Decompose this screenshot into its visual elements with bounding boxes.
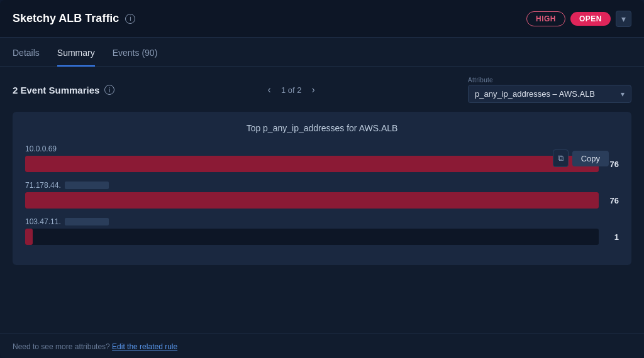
redacted-block-3 — [65, 218, 109, 225]
bar-label-text-1: 10.0.0.69 — [25, 144, 57, 153]
footer-link[interactable]: Edit the related rule — [112, 342, 177, 351]
bar-track-2 — [25, 192, 599, 209]
bar-fill-3 — [25, 229, 33, 245]
event-summaries-header: 2 Event Summaries i ‹ 1 of 2 › Attribute… — [13, 77, 631, 103]
prev-page-button[interactable]: ‹ — [264, 83, 275, 97]
event-summaries-info-icon[interactable]: i — [104, 85, 114, 95]
footer: Need to see more attributes? Edit the re… — [0, 334, 644, 358]
copy-icon: ⧉ — [558, 153, 564, 163]
chevron-down-icon: ▾ — [621, 90, 625, 99]
chart-container: Top p_any_ip_addresses for AWS.ALB 10.0.… — [13, 112, 631, 265]
tab-summary[interactable]: Summary — [57, 38, 95, 67]
bar-row-3: 1 — [25, 229, 619, 245]
content-area: 2 Event Summaries i ‹ 1 of 2 › Attribute… — [0, 67, 644, 334]
copy-button[interactable]: Copy — [572, 151, 609, 166]
bar-label-3: 103.47.11. — [25, 217, 619, 226]
bar-fill-1 — [25, 156, 599, 172]
chart-row-1: 10.0.0.69 76 ⧉ Copy — [25, 144, 619, 172]
header-left: Sketchy ALB Traffic i — [13, 12, 135, 25]
page-indicator: 1 of 2 — [281, 85, 302, 95]
bar-label-text-3: 103.47.11. — [25, 217, 61, 226]
chart-row-3: 103.47.11. 1 — [25, 217, 619, 245]
pagination-controls: ‹ 1 of 2 › — [264, 83, 319, 97]
app-container: Sketchy ALB Traffic i HIGH OPEN ▾ Detail… — [0, 0, 644, 358]
event-summaries-left: 2 Event Summaries i — [13, 85, 114, 95]
attribute-dropdown[interactable]: p_any_ip_addresses – AWS.ALB ▾ — [468, 85, 631, 103]
chart-row-2: 71.178.44. 76 — [25, 181, 619, 209]
tabs-bar: Details Summary Events (90) — [0, 38, 644, 67]
tab-events[interactable]: Events (90) — [113, 38, 158, 67]
bar-track-1 — [25, 156, 599, 172]
copy-icon-button[interactable]: ⧉ — [553, 149, 569, 167]
bar-row-1: 76 — [25, 156, 619, 172]
page-title: Sketchy ALB Traffic — [13, 12, 119, 25]
bar-fill-2 — [25, 192, 599, 209]
bar-label-1: 10.0.0.69 — [25, 144, 619, 153]
tab-details[interactable]: Details — [13, 38, 40, 67]
high-badge[interactable]: HIGH — [526, 11, 565, 26]
copy-button-area: ⧉ Copy — [553, 149, 609, 167]
open-badge[interactable]: OPEN — [570, 12, 611, 26]
header: Sketchy ALB Traffic i HIGH OPEN ▾ — [0, 0, 644, 38]
bar-value-2: 76 — [604, 196, 619, 205]
attribute-label: Attribute — [468, 77, 631, 84]
bar-label-text-2: 71.178.44. — [25, 181, 61, 190]
bar-track-3 — [25, 229, 599, 245]
attribute-value: p_any_ip_addresses – AWS.ALB — [475, 89, 616, 99]
bar-label-2: 71.178.44. — [25, 181, 619, 190]
header-dropdown-button[interactable]: ▾ — [616, 11, 631, 27]
attribute-selector: Attribute p_any_ip_addresses – AWS.ALB ▾ — [468, 77, 631, 103]
next-page-button[interactable]: › — [308, 83, 318, 97]
chart-title: Top p_any_ip_addresses for AWS.ALB — [25, 123, 619, 133]
header-right: HIGH OPEN ▾ — [526, 11, 631, 27]
redacted-block-2 — [65, 182, 109, 189]
footer-text: Need to see more attributes? Edit the re… — [13, 342, 177, 351]
info-icon[interactable]: i — [125, 14, 135, 24]
bar-row-2: 76 — [25, 192, 619, 209]
event-summaries-title: 2 Event Summaries — [13, 85, 99, 95]
bar-value-3: 1 — [604, 232, 619, 242]
